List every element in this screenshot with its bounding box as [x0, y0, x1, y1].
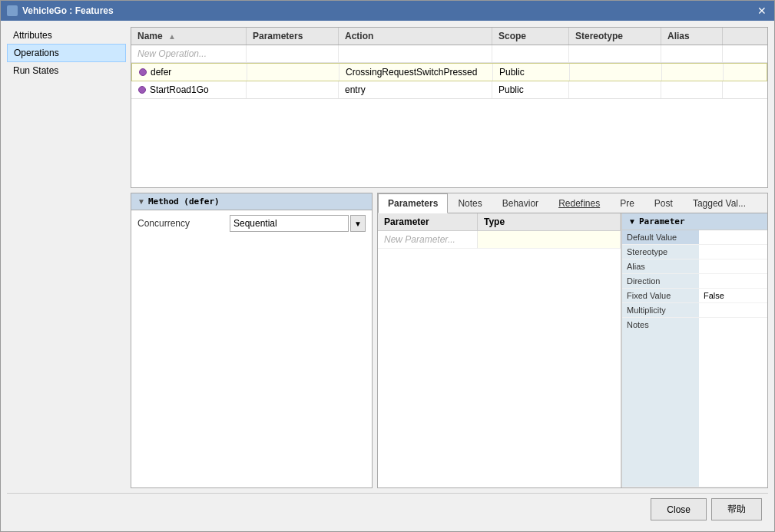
title-bar: VehicleGo : Features ✕ [1, 1, 774, 21]
op-icon [137, 85, 147, 94]
window-title: VehicleGo : Features [22, 5, 114, 16]
sidebar-item-run-states[interactable]: Run States [7, 62, 126, 79]
title-bar-left: VehicleGo : Features [7, 5, 114, 16]
op-action-cell: CrossingRequestSwitchPressed [339, 64, 493, 81]
prop-label-default-value: Default Value [622, 230, 699, 244]
tab-parameters[interactable]: Parameters [378, 193, 448, 213]
window-body: Attributes Operations Run States Name ▲ [1, 21, 774, 531]
params-table-header: Parameter Type [378, 213, 621, 231]
new-parameter-row[interactable]: New Parameter... [378, 231, 621, 249]
right-panel: ▼ Parameter Default Value Stereotype [621, 213, 767, 487]
method-body: Concurrency ▼ [131, 210, 372, 236]
collapse-triangle-icon: ▼ [137, 197, 145, 206]
method-row-concurrency: Concurrency ▼ [134, 213, 369, 233]
col-scope: Scope [492, 28, 569, 45]
tab-post[interactable]: Post [644, 193, 683, 213]
prop-value-direction[interactable] [699, 274, 767, 288]
content-area: Name ▲ Parameters Action Scope Stereotyp… [131, 27, 768, 488]
sidebar-item-attributes[interactable]: Attributes [7, 27, 126, 44]
params-body: Parameter Type New Parameter... [378, 213, 767, 487]
tabs-bar: Parameters Notes Behavior Redefines [378, 193, 767, 213]
table-header: Name ▲ Parameters Action Scope Stereotyp… [131, 28, 767, 45]
bottom-area: ▼ Method (defer) Concurrency ▼ [131, 193, 768, 488]
prop-label-stereotype: Stereotype [622, 245, 699, 259]
new-operation-row[interactable]: New Operation... [131, 45, 767, 63]
params-table: Parameter Type New Parameter... [378, 213, 621, 487]
op-action-cell: entry [339, 81, 492, 98]
close-button[interactable]: ✕ [756, 5, 768, 16]
params-col-type: Type [478, 213, 621, 230]
col-parameters: Parameters [247, 28, 339, 45]
help-button[interactable]: 帮助 [711, 498, 762, 520]
prop-label-alias: Alias [622, 259, 699, 273]
property-row-stereotype: Stereotype [622, 245, 767, 259]
prop-label-notes: Notes [622, 318, 699, 487]
prop-value-default-value[interactable] [699, 230, 767, 244]
prop-value-multiplicity[interactable] [699, 303, 767, 317]
sidebar: Attributes Operations Run States [7, 27, 126, 488]
col-alias: Alias [661, 28, 723, 45]
property-row-fixed-value: Fixed Value False [622, 289, 767, 303]
op-icon [138, 68, 147, 77]
op-name-cell: StartRoad1Go [131, 81, 247, 98]
tab-notes[interactable]: Notes [448, 193, 492, 213]
concurrency-dropdown-button[interactable]: ▼ [350, 215, 366, 232]
property-row-alias: Alias [622, 259, 767, 274]
tab-behavior[interactable]: Behavior [492, 193, 548, 213]
params-col-parameter: Parameter [378, 213, 478, 230]
main-window: VehicleGo : Features ✕ Attributes Operat… [0, 0, 775, 532]
col-stereotype: Stereotype [569, 28, 661, 45]
op-scope-cell: Public [492, 81, 569, 98]
prop-value-alias[interactable] [699, 259, 767, 273]
table-row[interactable]: defer CrossingRequestSwitchPressed Publi… [131, 63, 767, 81]
method-panel-header: ▼ Method (defer) [131, 193, 372, 210]
prop-label-multiplicity: Multiplicity [622, 303, 699, 317]
concurrency-input[interactable] [230, 215, 349, 232]
main-area: Attributes Operations Run States Name ▲ [7, 27, 768, 488]
footer: Close 帮助 [7, 493, 768, 525]
prop-label-direction: Direction [622, 274, 699, 288]
close-button[interactable]: Close [651, 498, 707, 520]
right-panel-header: ▼ Parameter [622, 213, 767, 230]
new-param-type-cell [478, 231, 621, 249]
tab-pre[interactable]: Pre [610, 193, 644, 213]
property-row-default-value: Default Value [622, 230, 767, 245]
col-name: Name ▲ [131, 28, 247, 45]
tab-redefines[interactable]: Redefines [548, 193, 610, 213]
op-scope-cell: Public [493, 64, 570, 81]
new-param-cell: New Parameter... [378, 231, 478, 249]
prop-value-fixed-value[interactable]: False [699, 289, 767, 302]
method-panel: ▼ Method (defer) Concurrency ▼ [131, 193, 373, 488]
sidebar-item-operations[interactable]: Operations [7, 44, 126, 62]
prop-value-stereotype[interactable] [699, 245, 767, 259]
operations-table: Name ▲ Parameters Action Scope Stereotyp… [131, 27, 768, 188]
new-op-cell: New Operation... [131, 45, 247, 62]
table-row[interactable]: StartRoad1Go entry Public [131, 81, 767, 99]
tab-tagged-val[interactable]: Tagged Val... [683, 193, 756, 213]
collapse-triangle-icon: ▼ [628, 217, 636, 226]
property-row-direction: Direction [622, 274, 767, 289]
prop-value-notes[interactable] [699, 318, 767, 487]
col-action: Action [339, 28, 492, 45]
property-row-multiplicity: Multiplicity [622, 303, 767, 318]
property-row-notes: Notes [622, 318, 767, 487]
prop-label-fixed-value: Fixed Value [622, 289, 699, 302]
window-icon [7, 5, 18, 16]
op-name-cell: defer [132, 64, 247, 81]
params-panel: Parameters Notes Behavior Redefines [377, 193, 768, 488]
